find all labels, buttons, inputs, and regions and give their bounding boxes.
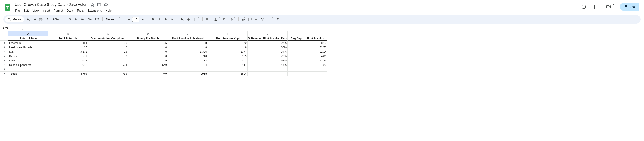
select-all-corner[interactable] xyxy=(0,31,8,36)
h-align-button[interactable] xyxy=(205,17,213,22)
decrease-decimal-button[interactable]: .0← xyxy=(80,17,86,22)
paint-format-button[interactable] xyxy=(44,17,50,22)
spreadsheet-grid[interactable]: A B C D E F G H 1 Referral Type Total Re… xyxy=(0,31,644,76)
cell[interactable]: 0 xyxy=(128,45,168,49)
chart-button[interactable] xyxy=(253,17,259,22)
cell[interactable]: 23 xyxy=(88,49,128,54)
bold-button[interactable]: B xyxy=(150,17,156,22)
menu-data[interactable]: Data xyxy=(65,8,75,13)
cell[interactable]: 634 xyxy=(48,58,88,63)
cell[interactable]: 23.36 xyxy=(288,58,328,63)
cell[interactable]: Onsite xyxy=(8,58,48,63)
cell[interactable] xyxy=(288,67,328,72)
font-size-decrease[interactable]: − xyxy=(126,17,132,22)
cell[interactable]: Healthcare Provider xyxy=(8,45,48,49)
cell[interactable]: 32.50 xyxy=(288,45,328,49)
star-icon[interactable] xyxy=(90,3,94,7)
cell[interactable]: 27% xyxy=(248,41,288,45)
menu-view[interactable]: View xyxy=(31,8,40,13)
v-align-button[interactable] xyxy=(213,17,221,22)
row-head[interactable]: 8 xyxy=(0,67,8,72)
cell[interactable]: 30% xyxy=(248,45,288,49)
undo-button[interactable] xyxy=(25,17,31,22)
share-button[interactable]: Sha xyxy=(620,3,639,11)
cell[interactable]: % Reached First Session Kept xyxy=(248,36,288,41)
cell[interactable]: 27 xyxy=(48,45,88,49)
cell[interactable]: 32.14 xyxy=(288,49,328,54)
row-head[interactable]: 5 xyxy=(0,54,8,58)
borders-button[interactable] xyxy=(186,17,192,22)
cell[interactable]: School Sponsored xyxy=(8,63,48,67)
menu-extensions[interactable]: Extensions xyxy=(86,8,103,13)
cell[interactable]: First Session Kept xyxy=(208,36,248,41)
row-head[interactable]: 9 xyxy=(0,72,8,76)
cell[interactable]: 749 xyxy=(128,72,168,76)
menu-file[interactable]: File xyxy=(14,8,22,13)
italic-button[interactable]: I xyxy=(156,17,162,22)
cell[interactable]: 373 xyxy=(168,58,208,63)
row-head[interactable]: 1 xyxy=(0,36,8,41)
row-head[interactable]: 3 xyxy=(0,45,8,49)
row-head[interactable]: 4 xyxy=(0,49,8,54)
cell[interactable] xyxy=(48,67,88,72)
cell[interactable]: Kaiser xyxy=(8,54,48,58)
formula-input[interactable] xyxy=(26,26,644,30)
cell[interactable]: 664 xyxy=(88,63,128,67)
cell[interactable]: 44% xyxy=(248,63,288,67)
cell[interactable]: 58 xyxy=(168,41,208,45)
cell[interactable]: 1077 xyxy=(208,49,248,54)
cell[interactable]: 0 xyxy=(88,54,128,58)
more-formats-button[interactable]: 123 xyxy=(94,17,100,22)
col-head-A[interactable]: A xyxy=(8,31,48,36)
fill-color-button[interactable] xyxy=(179,17,185,22)
menu-edit[interactable]: Edit xyxy=(22,8,30,13)
col-head-F[interactable]: F xyxy=(208,31,248,36)
font-dropdown[interactable]: Defaul… xyxy=(105,17,122,22)
cell[interactable]: Avg Days to First Session xyxy=(288,36,328,41)
comments-icon[interactable] xyxy=(592,3,600,11)
cell[interactable]: 0 xyxy=(128,49,168,54)
cell[interactable]: 34% xyxy=(248,49,288,54)
cloud-status-icon[interactable] xyxy=(104,3,108,7)
cell[interactable]: 2958 xyxy=(168,72,208,76)
text-color-button[interactable]: A xyxy=(169,17,175,22)
cell[interactable]: 710 xyxy=(168,54,208,58)
row-head[interactable]: 2 xyxy=(0,41,8,45)
name-box[interactable]: A23 ▼ xyxy=(0,27,21,30)
cell[interactable]: 3,172 xyxy=(48,49,88,54)
sheets-logo[interactable] xyxy=(3,2,12,13)
comment-button[interactable] xyxy=(247,17,253,22)
increase-decimal-button[interactable]: .00→ xyxy=(86,17,93,22)
row-head[interactable]: 7 xyxy=(0,63,8,67)
cell[interactable]: 484 xyxy=(168,63,208,67)
cell[interactable] xyxy=(288,72,328,76)
currency-button[interactable]: $ xyxy=(67,17,73,22)
menu-insert[interactable]: Insert xyxy=(41,8,52,13)
cell[interactable]: 0 xyxy=(128,54,168,58)
cell[interactable]: 417 xyxy=(208,63,248,67)
col-head-E[interactable]: E xyxy=(168,31,208,36)
cell[interactable]: 57% xyxy=(248,58,288,63)
cell[interactable]: 2504 xyxy=(208,72,248,76)
col-head-C[interactable]: C xyxy=(88,31,128,36)
zoom-dropdown[interactable]: 90% xyxy=(52,17,62,22)
cell[interactable] xyxy=(208,67,248,72)
cell[interactable]: 4.06 xyxy=(288,54,328,58)
menu-tools[interactable]: Tools xyxy=(75,8,86,13)
cell[interactable]: Ready For Match xyxy=(128,36,168,41)
cell[interactable]: 8 xyxy=(208,45,248,49)
cell[interactable]: 0 xyxy=(88,58,128,63)
cell[interactable]: First Session Scheduled xyxy=(168,36,208,41)
row-head[interactable]: 6 xyxy=(0,58,8,63)
cell[interactable]: 942 xyxy=(48,63,88,67)
col-head-D[interactable]: D xyxy=(128,31,168,36)
move-icon[interactable] xyxy=(97,3,101,7)
menu-format[interactable]: Format xyxy=(52,8,65,13)
percent-button[interactable]: % xyxy=(73,17,79,22)
cell[interactable]: Freemium xyxy=(8,41,48,45)
cell[interactable]: 361 xyxy=(208,58,248,63)
cell[interactable]: 1,325 xyxy=(168,49,208,54)
cell[interactable] xyxy=(248,67,288,72)
cell[interactable]: 27.26 xyxy=(288,63,328,67)
rotate-button[interactable]: A xyxy=(230,17,236,22)
